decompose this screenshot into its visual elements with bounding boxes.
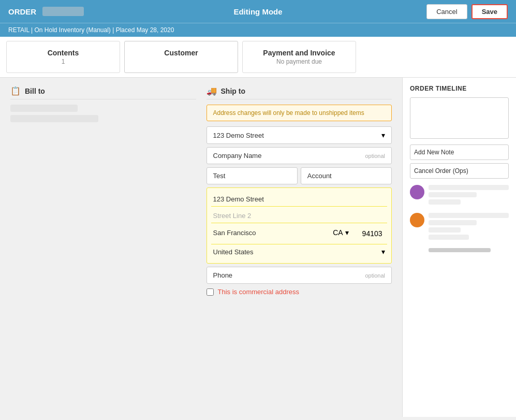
right-panel: ORDER TIMELINE Add New Note Cancel Order…: [402, 78, 516, 417]
timeline-blurred-1b: [429, 192, 477, 197]
tab-customer[interactable]: Customer: [124, 41, 238, 73]
address-select-dropdown[interactable]: 123 Demo Street ▾: [207, 126, 392, 144]
tab-contents-title: Contents: [12, 49, 114, 57]
first-name-field[interactable]: Test: [207, 167, 298, 184]
zip-field[interactable]: 94103: [360, 226, 387, 241]
cancel-button[interactable]: Cancel: [426, 4, 467, 19]
country-field[interactable]: United States ▾: [211, 244, 388, 259]
street1-field[interactable]: 123 Demo Street: [211, 192, 388, 207]
order-timeline-title: ORDER TIMELINE: [410, 85, 509, 92]
first-name-value: Test: [213, 172, 291, 180]
street1-value: 123 Demo Street: [213, 195, 386, 203]
address-select-value: 123 Demo Street: [213, 132, 382, 139]
zip-value: 94103: [362, 229, 382, 238]
cancel-order-button[interactable]: Cancel Order (Ops): [410, 163, 509, 179]
order-sub-header: RETAIL | On Hold Inventory (Manual) | Pl…: [0, 23, 516, 37]
save-button[interactable]: Save: [471, 4, 508, 19]
tab-payment-sub: No payment due: [248, 58, 350, 65]
company-name-optional: optional: [365, 153, 385, 159]
city-field[interactable]: San Francisco: [211, 225, 328, 240]
timeline-blurred-2b: [429, 220, 477, 225]
app-header: ORDER Editing Mode Cancel Save: [0, 0, 516, 23]
address-section: 📋 Bill to 🚚 Ship to Address changes will…: [10, 86, 392, 296]
ship-to-header: 🚚 Ship to: [207, 86, 392, 99]
bill-to-name-blurred: [10, 105, 78, 112]
state-arrow-icon: ▾: [345, 228, 349, 237]
timeline-entry-2: [410, 213, 509, 242]
country-arrow-icon: ▾: [381, 248, 385, 256]
bill-to-address-blurred: [10, 115, 98, 122]
address-select-arrow-icon: ▾: [381, 131, 385, 139]
timeline-blurred-2c: [429, 227, 461, 233]
order-id-badge: [42, 7, 84, 16]
phone-optional: optional: [365, 272, 385, 279]
left-panel: 📋 Bill to 🚚 Ship to Address changes will…: [0, 78, 402, 417]
street2-placeholder: Street Line 2: [213, 212, 386, 220]
order-label: ORDER: [8, 7, 36, 16]
ship-to-label: Ship to: [221, 87, 245, 95]
tab-customer-title: Customer: [130, 49, 232, 57]
alert-text: Address changes will only be made to uns…: [213, 109, 364, 117]
timeline-entry-1: [410, 185, 509, 207]
address-change-alert: Address changes will only be made to uns…: [207, 105, 392, 121]
header-actions: Cancel Save: [426, 4, 508, 19]
timeline-blurred-2d: [429, 235, 469, 240]
main-content: 📋 Bill to 🚚 Ship to Address changes will…: [0, 78, 516, 417]
timeline-text-1: [429, 185, 509, 207]
last-name-field[interactable]: Account: [301, 167, 392, 184]
city-state-zip-row: San Francisco CA ▾ 94103: [211, 225, 388, 242]
tab-bar: Contents 1 Customer Payment and Invoice …: [0, 37, 516, 78]
timeline-blurred-2a: [429, 213, 509, 218]
country-value: United States: [213, 248, 382, 256]
state-select[interactable]: CA ▾: [331, 225, 358, 240]
state-value: CA: [333, 228, 343, 237]
tab-contents-sub: 1: [12, 58, 114, 65]
timeline-blurred-1a: [429, 185, 509, 190]
ship-to-section: 🚚 Ship to Address changes will only be m…: [207, 86, 392, 296]
editing-mode-label: Editing Mode: [233, 7, 282, 16]
commercial-address-row[interactable]: This is commercial address: [207, 288, 392, 296]
bill-to-section: 📋 Bill to: [10, 86, 196, 296]
company-name-label: Company Name: [213, 152, 365, 160]
bill-to-header: 📋 Bill to: [10, 86, 196, 99]
timeline-text-2: [429, 213, 509, 242]
avatar-purple: [410, 185, 424, 199]
commercial-address-checkbox[interactable]: [207, 288, 214, 296]
city-value: San Francisco: [213, 229, 326, 237]
bill-to-label: Bill to: [25, 87, 45, 95]
tab-payment-title: Payment and Invoice: [248, 49, 350, 57]
street2-field[interactable]: Street Line 2: [211, 209, 388, 223]
order-meta: RETAIL | On Hold Inventory (Manual) | Pl…: [8, 26, 174, 34]
phone-field[interactable]: Phone optional: [207, 267, 392, 284]
commercial-address-label: This is commercial address: [218, 288, 300, 296]
tab-payment[interactable]: Payment and Invoice No payment due: [242, 41, 356, 73]
phone-label: Phone: [213, 271, 365, 279]
yellow-address-group: 123 Demo Street Street Line 2 San Franci…: [207, 187, 392, 264]
scrollbar-indicator[interactable]: [429, 248, 491, 252]
bill-to-icon: 📋: [10, 86, 21, 96]
timeline-blurred-1c: [429, 199, 461, 205]
last-name-value: Account: [307, 172, 385, 180]
avatar-orange: [410, 213, 424, 227]
company-name-field[interactable]: Company Name optional: [207, 147, 392, 164]
name-row: Test Account: [207, 167, 392, 184]
timeline-note-textarea[interactable]: [410, 97, 509, 139]
tab-contents[interactable]: Contents 1: [6, 41, 120, 73]
add-note-button[interactable]: Add New Note: [410, 144, 509, 160]
ship-to-icon: 🚚: [207, 86, 217, 96]
